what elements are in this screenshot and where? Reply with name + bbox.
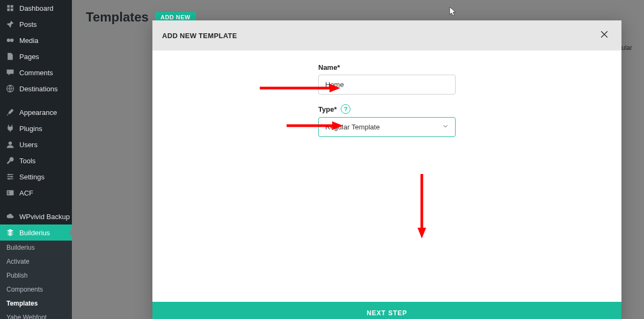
sidebar-item-label: Comments bbox=[19, 69, 53, 77]
svg-rect-9 bbox=[8, 193, 9, 194]
plug-icon bbox=[5, 124, 15, 133]
media-icon bbox=[5, 35, 15, 45]
truncated-text: ular bbox=[621, 44, 632, 52]
svg-point-3 bbox=[9, 141, 12, 144]
add-template-modal: ADD NEW TEMPLATE Name* Type* ? Regular T… bbox=[152, 20, 621, 319]
type-label: Type* ? bbox=[318, 104, 456, 114]
page-title: Templates bbox=[86, 10, 149, 25]
sidebar-item-label: WPvivid Backup bbox=[19, 213, 70, 221]
submenu-item-components[interactable]: Components bbox=[0, 282, 72, 296]
sidebar-item-users[interactable]: Users bbox=[0, 136, 72, 153]
submenu-item-activate[interactable]: Activate bbox=[0, 255, 72, 269]
sidebar-item-acf[interactable]: ACF bbox=[0, 185, 72, 201]
svg-point-0 bbox=[7, 39, 10, 42]
svg-point-1 bbox=[10, 39, 13, 42]
brush-icon bbox=[5, 107, 15, 117]
sidebar-item-settings[interactable]: Settings bbox=[0, 169, 72, 185]
comment-icon bbox=[5, 68, 15, 77]
type-select[interactable]: Regular Template bbox=[318, 117, 456, 137]
wp-admin-sidebar: DashboardPostsMediaPagesCommentsDestinat… bbox=[0, 0, 72, 319]
sidebar-item-label: Plugins bbox=[19, 125, 42, 133]
modal-title: ADD NEW TEMPLATE bbox=[162, 32, 237, 40]
sidebar-item-label: Pages bbox=[19, 53, 39, 61]
layers-icon bbox=[5, 228, 15, 237]
sidebar-item-wpvivid-backup[interactable]: WPvivid Backup bbox=[0, 208, 72, 224]
sliders-icon bbox=[5, 172, 15, 182]
pin-icon bbox=[5, 19, 15, 29]
modal-body: Name* Type* ? Regular Template bbox=[152, 50, 621, 302]
dashboard-icon bbox=[5, 3, 15, 13]
submenu-item-builderius[interactable]: Builderius bbox=[0, 241, 72, 255]
user-icon bbox=[5, 140, 15, 149]
name-label: Name* bbox=[318, 63, 456, 71]
close-icon[interactable] bbox=[597, 27, 612, 44]
sidebar-item-appearance[interactable]: Appearance bbox=[0, 104, 72, 120]
svg-point-5 bbox=[11, 176, 12, 177]
sidebar-item-label: Users bbox=[19, 141, 38, 149]
next-step-button[interactable]: NEXT STEP bbox=[152, 302, 621, 319]
svg-point-4 bbox=[8, 173, 10, 175]
globe-icon bbox=[5, 84, 15, 93]
cloud-icon bbox=[5, 212, 15, 221]
acf-icon bbox=[5, 188, 15, 198]
name-input[interactable] bbox=[318, 75, 456, 95]
builderius-submenu: BuilderiusActivatePublishComponentsTempl… bbox=[0, 241, 72, 319]
sidebar-item-label: Tools bbox=[19, 157, 35, 165]
svg-rect-7 bbox=[7, 190, 14, 195]
sidebar-item-posts[interactable]: Posts bbox=[0, 16, 72, 32]
sidebar-item-pages[interactable]: Pages bbox=[0, 48, 72, 64]
modal-header: ADD NEW TEMPLATE bbox=[152, 20, 621, 50]
sidebar-item-media[interactable]: Media bbox=[0, 32, 72, 48]
page-icon bbox=[5, 52, 15, 61]
sidebar-item-comments[interactable]: Comments bbox=[0, 64, 72, 81]
submenu-item-templates[interactable]: Templates bbox=[0, 296, 72, 310]
svg-marker-15 bbox=[418, 228, 426, 238]
svg-point-6 bbox=[8, 178, 10, 179]
sidebar-item-builderius[interactable]: Builderius bbox=[0, 224, 72, 241]
sidebar-item-label: Media bbox=[19, 37, 38, 45]
main-area: Templates ADD NEW ular ADD NEW TEMPLATE … bbox=[72, 0, 644, 319]
help-icon[interactable]: ? bbox=[341, 104, 350, 114]
svg-rect-8 bbox=[8, 192, 9, 193]
type-label-text: Type* bbox=[318, 105, 336, 113]
sidebar-item-label: Posts bbox=[19, 20, 37, 28]
sidebar-item-label: Appearance bbox=[19, 108, 57, 117]
sidebar-item-destinations[interactable]: Destinations bbox=[0, 81, 72, 97]
wrench-icon bbox=[5, 156, 15, 165]
sidebar-item-tools[interactable]: Tools bbox=[0, 153, 72, 169]
sidebar-item-label: ACF bbox=[19, 189, 33, 197]
sidebar-item-label: Builderius bbox=[19, 229, 50, 237]
sidebar-item-label: Destinations bbox=[19, 85, 58, 93]
sidebar-item-plugins[interactable]: Plugins bbox=[0, 120, 72, 136]
sidebar-item-label: Dashboard bbox=[19, 4, 54, 12]
annotation-arrow-next bbox=[416, 174, 427, 238]
sidebar-item-dashboard[interactable]: Dashboard bbox=[0, 0, 72, 16]
submenu-item-yabe-webfont[interactable]: Yabe Webfont bbox=[0, 310, 72, 319]
sidebar-item-label: Settings bbox=[19, 173, 45, 181]
submenu-item-publish[interactable]: Publish bbox=[0, 269, 72, 282]
